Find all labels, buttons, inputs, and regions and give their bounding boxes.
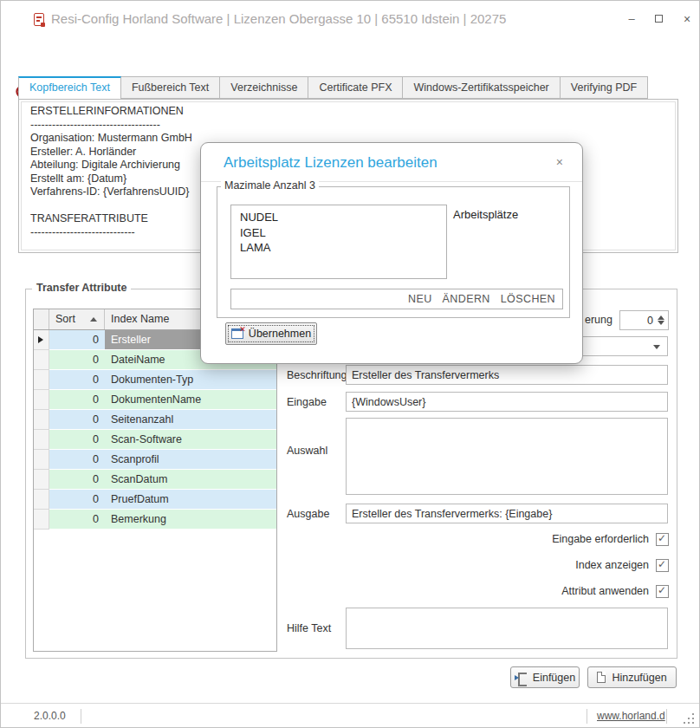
arbeitsplaetze-side-label: Arbeitsplätze (453, 208, 518, 221)
window-title: Resi-Config Horland Software | Lizenzen … (51, 1, 506, 37)
table-row[interactable]: 0 Scanprofil (34, 450, 276, 470)
title-bar: Resi-Config Horland Software | Lizenzen … (1, 1, 699, 37)
toolbar: Testen Speichern unter Prüfe auf Update … (1, 39, 699, 68)
check-icon: ✓ (658, 584, 666, 596)
row-selector-cell[interactable] (34, 410, 49, 430)
index-anzeigen-label: Index anzeigen (575, 559, 649, 571)
list-item[interactable]: LAMA (231, 240, 446, 256)
hinzufuegen-label: Hinzufügen (612, 672, 666, 684)
auswahl-label: Auswahl (287, 445, 327, 457)
row-selector-cell[interactable] (34, 330, 49, 350)
tab-kopfbereich-text[interactable]: Kopfbereich Text (18, 76, 121, 100)
table-row[interactable]: 0 PruefDatum (34, 490, 276, 510)
attribut-anwenden-label: Attribut anwenden (561, 585, 649, 597)
hilfe-textarea[interactable] (346, 608, 668, 649)
aendern-button[interactable]: ÄNDERN (438, 293, 496, 305)
eingabe-erforderlich-label: Eingabe erforderlich (552, 533, 649, 545)
group-legend: Transfer Attribute (32, 282, 131, 294)
row-selector-header (34, 309, 49, 329)
maximize-icon[interactable] (649, 11, 670, 27)
spinner-down-icon[interactable] (658, 321, 664, 325)
status-bar: 2.0.0.0 www.horland.d (1, 703, 699, 728)
status-separator (587, 709, 587, 724)
index-anzeigen-checkbox[interactable]: ✓ (656, 559, 669, 572)
row-selector-cell[interactable] (34, 430, 49, 450)
max-anzahl-group: Mazimale Anzahl 3 NUDEL IGEL LAMA Arbeit… (217, 186, 570, 318)
status-separator (81, 709, 81, 724)
table-row[interactable]: 0 ScanDatum (34, 470, 276, 490)
status-separator (666, 709, 667, 724)
list-item[interactable]: NUDEL (231, 210, 446, 225)
table-row[interactable]: 0 Scan-Software (34, 430, 276, 450)
tab-fussbereich-text[interactable]: Fußbereich Text (120, 76, 220, 99)
index-anzeigen-row: Index anzeigen ✓ (373, 558, 669, 572)
neu-button[interactable]: NEU (403, 293, 438, 305)
license-name-input[interactable] (231, 290, 403, 308)
tab-windows-zertifikatsspeicher[interactable]: Windows-Zertifikatsspeicher (402, 76, 560, 99)
dialog-close-icon[interactable]: × (556, 155, 563, 169)
tab-certificate-pfx[interactable]: Certificate PFX (308, 76, 403, 99)
max-anzahl-label: Mazimale Anzahl 3 (221, 179, 319, 192)
eingabe-input[interactable] (346, 392, 668, 412)
tab-verzeichnisse[interactable]: Verzeichnisse (219, 76, 308, 99)
list-item[interactable]: IGEL (231, 225, 446, 241)
eingabe-erforderlich-row: Eingabe erforderlich ✓ (373, 532, 669, 546)
tab-verifying-pdf[interactable]: Verifying PDF (560, 76, 648, 99)
row-selector-cell[interactable] (34, 510, 49, 530)
eingabe-label: Eingabe (287, 396, 327, 408)
check-icon: ✓ (658, 558, 666, 570)
uebernehmen-label: Übernehmen (249, 328, 311, 340)
loeschen-button[interactable]: LÖSCHEN (496, 293, 562, 305)
editor-text: ERSTELLERINFORMATIONEN -----------------… (30, 105, 192, 239)
app-icon (34, 13, 44, 26)
dialog-title: Arbeitsplatz Lizenzen bearbeiten (224, 154, 438, 172)
table-row[interactable]: 0 Bemerkung (34, 510, 276, 530)
table-row[interactable]: 0 Seitenanzahl (34, 410, 276, 430)
minimize-icon[interactable]: – (621, 11, 642, 27)
arbeitsplatz-lizenzen-dialog: Arbeitsplatz Lizenzen bearbeiten × Mazim… (200, 142, 583, 364)
chevron-down-icon (653, 345, 660, 349)
check-icon: ✓ (658, 532, 666, 544)
tab-strip: Kopfbereich Text Fußbereich Text Verzeic… (18, 76, 647, 100)
hilfe-text-label: Hilfe Text (287, 622, 331, 634)
row-selector-cell[interactable] (34, 470, 49, 490)
apply-window-icon: ✕ (231, 328, 243, 339)
ausgabe-label: Ausgabe (287, 508, 329, 520)
license-listbox[interactable]: NUDEL IGEL LAMA (230, 205, 447, 279)
table-row[interactable]: 0 DokumentenName (34, 390, 276, 410)
resize-grip[interactable] (682, 712, 694, 724)
row-selector-cell[interactable] (34, 450, 49, 470)
attribut-anwenden-checkbox[interactable]: ✓ (656, 585, 669, 598)
auswahl-textarea[interactable] (346, 418, 668, 495)
row-selector-cell[interactable] (34, 350, 49, 370)
license-edit-strip: NEU ÄNDERN LÖSCHEN (230, 289, 563, 309)
eingabe-erforderlich-checkbox[interactable]: ✓ (656, 533, 669, 546)
uebernehmen-button[interactable]: ✕ Übernehmen (225, 322, 317, 345)
website-link[interactable]: www.horland.d (597, 704, 665, 728)
insert-icon (515, 673, 527, 683)
beschriftung-label: Beschriftung (287, 369, 347, 381)
ausgabe-input[interactable] (346, 504, 668, 523)
spinner-up-icon[interactable] (658, 315, 664, 320)
close-icon[interactable]: × (677, 11, 697, 27)
app-window: Resi-Config Horland Software | Lizenzen … (0, 0, 700, 728)
current-row-marker-icon (38, 336, 43, 343)
hinzufuegen-button[interactable]: Hinzufügen (587, 666, 677, 688)
clipped-label: erung (585, 314, 612, 326)
sort-ascending-icon (90, 317, 97, 322)
row-selector-cell[interactable] (34, 370, 49, 390)
new-page-icon (597, 672, 606, 683)
beschriftung-input[interactable] (346, 365, 668, 385)
row-selector-cell[interactable] (34, 390, 49, 410)
version-text: 2.0.0.0 (34, 704, 66, 728)
einfuegen-button[interactable]: Einfügen (510, 666, 580, 688)
einfuegen-label: Einfügen (533, 672, 575, 684)
attribut-anwenden-row: Attribut anwenden ✓ (373, 584, 669, 598)
sort-column-header[interactable]: Sort (49, 309, 105, 329)
number-spinner[interactable]: 0 (619, 310, 669, 330)
row-selector-cell[interactable] (34, 490, 49, 510)
spinner-value: 0 (647, 315, 653, 327)
table-row[interactable]: 0 Dokumenten-Typ (34, 370, 276, 390)
